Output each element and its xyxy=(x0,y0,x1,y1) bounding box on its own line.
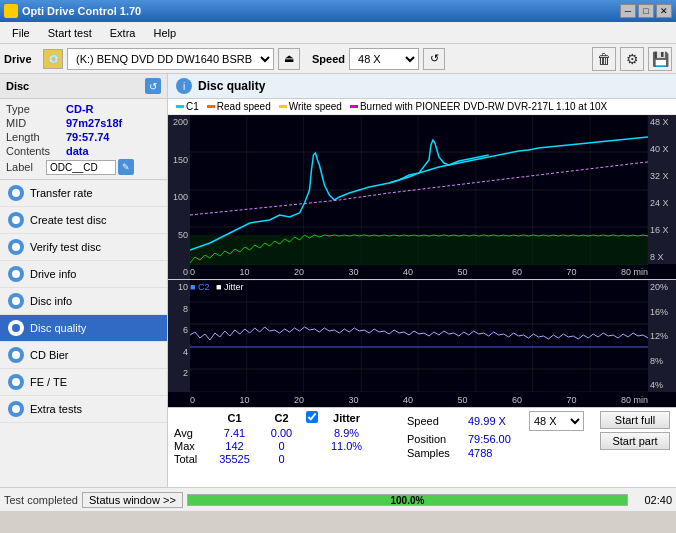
speed-select[interactable]: 48 X xyxy=(349,48,419,70)
upper-x-50: 50 xyxy=(457,267,467,277)
bottom-statusbar: Test completed Status window >> 100.0% 0… xyxy=(0,487,676,511)
lower-x-0: 0 xyxy=(190,395,195,405)
lower-x-labels: 0 10 20 30 40 50 60 70 80 min xyxy=(190,393,648,407)
start-full-button[interactable]: Start full xyxy=(600,411,670,429)
menu-file[interactable]: File xyxy=(4,25,38,41)
status-window-button[interactable]: Status window >> xyxy=(82,492,183,508)
stats-avg-c2: 0.00 xyxy=(259,427,304,439)
lower-chart-y-labels: 10 8 6 4 2 xyxy=(168,280,190,392)
stats-avg-row: Avg 7.41 0.00 8.9% xyxy=(174,427,399,439)
titlebar-controls: ─ □ ✕ xyxy=(620,4,672,18)
upper-x-70: 70 xyxy=(566,267,576,277)
drivebar: Drive 💿 (K:) BENQ DVD DD DW1640 BSRB ⏏ S… xyxy=(0,44,676,74)
start-part-button[interactable]: Start part xyxy=(600,432,670,450)
maximize-button[interactable]: □ xyxy=(638,4,654,18)
upper-r-48x: 48 X xyxy=(648,117,676,127)
legend-write-speed-dot xyxy=(279,105,287,108)
lower-chart-svg xyxy=(190,280,648,392)
lower-y-8: 8 xyxy=(168,304,190,314)
stats-avg-jitter: 8.9% xyxy=(324,427,369,439)
stats-header: C1 C2 Jitter xyxy=(174,411,399,425)
save-button[interactable]: 💾 xyxy=(648,47,672,71)
transfer-rate-icon xyxy=(8,185,24,201)
close-button[interactable]: ✕ xyxy=(656,4,672,18)
settings-button[interactable]: ⚙ xyxy=(620,47,644,71)
disc-length-value: 79:57.74 xyxy=(66,131,109,143)
progress-bar-container: 100.0% xyxy=(187,494,628,506)
lower-x-60: 60 xyxy=(512,395,522,405)
sidebar-item-fe-te[interactable]: FE / TE xyxy=(0,369,167,396)
sidebar-item-label-disc-quality: Disc quality xyxy=(30,322,86,334)
lower-y-10: 10 xyxy=(168,282,190,292)
sidebar-item-drive-info[interactable]: Drive info xyxy=(0,261,167,288)
drive-icon: 💿 xyxy=(43,49,63,69)
menu-extra[interactable]: Extra xyxy=(102,25,144,41)
disc-label-input[interactable] xyxy=(46,160,116,175)
sidebar-item-cd-bier[interactable]: CD Bier xyxy=(0,342,167,369)
svg-point-7 xyxy=(12,378,20,386)
test-completed-text: Test completed xyxy=(4,494,78,506)
legend-read-speed: Read speed xyxy=(207,101,271,112)
svg-point-0 xyxy=(12,189,20,197)
speed-label: Speed xyxy=(312,53,345,65)
stats-total-c2: 0 xyxy=(259,453,304,465)
sidebar-item-disc-quality[interactable]: Disc quality xyxy=(0,315,167,342)
erase-button[interactable]: 🗑 xyxy=(592,47,616,71)
cd-bier-icon xyxy=(8,347,24,363)
upper-r-24x: 24 X xyxy=(648,198,676,208)
menu-help[interactable]: Help xyxy=(145,25,184,41)
upper-y-200: 200 xyxy=(168,117,190,127)
stats-total-c1: 35525 xyxy=(212,453,257,465)
stats-speed-label: Speed xyxy=(407,415,462,427)
drive-eject-button[interactable]: ⏏ xyxy=(278,48,300,70)
sidebar-item-label-transfer-rate: Transfer rate xyxy=(30,187,93,199)
svg-point-2 xyxy=(12,243,20,251)
lower-r-8: 8% xyxy=(648,356,676,366)
stats-samples-value: 4788 xyxy=(468,447,523,459)
disc-info-panel: Type CD-R MID 97m27s18f Length 79:57.74 … xyxy=(0,99,167,180)
time-display: 02:40 xyxy=(632,494,672,506)
upper-chart-right-labels: 48 X 40 X 32 X 24 X 16 X 8 X xyxy=(648,115,676,264)
sidebar-item-verify-test-disc[interactable]: Verify test disc xyxy=(0,234,167,261)
menu-start-test[interactable]: Start test xyxy=(40,25,100,41)
speed-refresh-button[interactable]: ↺ xyxy=(423,48,445,70)
sidebar-item-transfer-rate[interactable]: Transfer rate xyxy=(0,180,167,207)
disc-header: Disc ↺ xyxy=(0,74,167,99)
sidebar-item-label-disc-info: Disc info xyxy=(30,295,72,307)
disc-length-label: Length xyxy=(6,131,66,143)
disc-label-label: Label xyxy=(6,161,46,173)
legend-write-speed: Write speed xyxy=(279,101,342,112)
verify-test-disc-icon xyxy=(8,239,24,255)
jitter-label: ■ Jitter xyxy=(216,282,243,292)
stats-samples-label: Samples xyxy=(407,447,462,459)
lower-x-70: 70 xyxy=(566,395,576,405)
upper-chart-svg xyxy=(190,115,648,265)
drive-select[interactable]: (K:) BENQ DVD DD DW1640 BSRB xyxy=(67,48,274,70)
lower-x-80-min: 80 min xyxy=(621,395,648,405)
stats-speed-select[interactable]: 48 X xyxy=(529,411,584,431)
sidebar-item-disc-info[interactable]: Disc info xyxy=(0,288,167,315)
disc-label-edit-button[interactable]: ✎ xyxy=(118,159,134,175)
stats-speed-position: Speed 49.99 X 48 X Position 79:56.00 Sam… xyxy=(407,411,584,459)
stats-max-jitter: 11.0% xyxy=(324,440,369,452)
menubar: File Start test Extra Help xyxy=(0,22,676,44)
sidebar-item-extra-tests[interactable]: Extra tests xyxy=(0,396,167,423)
svg-point-4 xyxy=(12,297,20,305)
minimize-button[interactable]: ─ xyxy=(620,4,636,18)
jitter-checkbox[interactable] xyxy=(306,411,318,423)
disc-refresh-button[interactable]: ↺ xyxy=(145,78,161,94)
lower-x-30: 30 xyxy=(348,395,358,405)
lower-r-12: 12% xyxy=(648,331,676,341)
stats-jitter-header: Jitter xyxy=(324,412,369,424)
legend-read-speed-dot xyxy=(207,105,215,108)
stats-max-c1: 142 xyxy=(212,440,257,452)
upper-x-labels: 0 10 20 30 40 50 60 70 80 min xyxy=(190,265,648,279)
disc-info-icon xyxy=(8,293,24,309)
stats-position-row: Position 79:56.00 xyxy=(407,433,584,445)
legend-write-speed-label: Write speed xyxy=(289,101,342,112)
app-icon xyxy=(4,4,18,18)
progress-text: 100.0% xyxy=(390,494,424,505)
sidebar-item-create-test-disc[interactable]: Create test disc xyxy=(0,207,167,234)
disc-quality-icon-header: i xyxy=(176,78,192,94)
upper-y-150: 150 xyxy=(168,155,190,165)
